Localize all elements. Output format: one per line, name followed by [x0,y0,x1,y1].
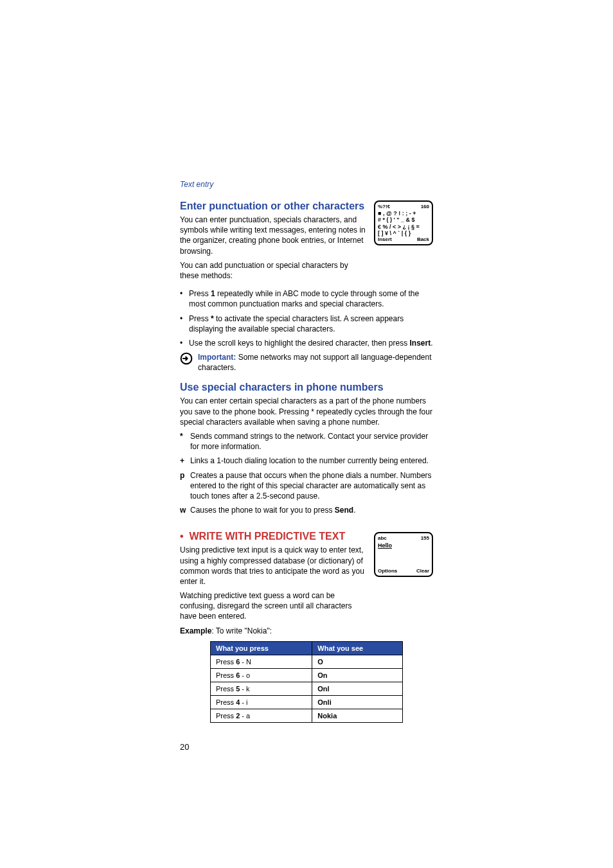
predictive-table: What you press What you see Press 6 - N … [210,641,403,723]
screen1-softkey-right: Back [417,236,429,242]
def-text: Causes the phone to wait for you to pres… [190,505,433,515]
list-item: Press 1 repeatedly while in ABC mode to … [180,288,433,309]
table-cell-see: Onl [312,682,403,695]
bullet-list-s1: Press 1 repeatedly while in ABC mode to … [180,288,433,348]
def-row: w Causes the phone to wait for you to pr… [180,505,433,515]
definition-list: * Sends command strings to the network. … [180,431,433,515]
def-row: * Sends command strings to the network. … [180,431,433,452]
table-header-see: What you see [312,641,403,655]
def-key: * [180,431,190,452]
para-s3-2: Watching predictive text guess a word ca… [180,590,368,622]
table-row: Press 6 - o On [211,668,403,682]
def-key: p [180,470,190,502]
important-note: Important: Some networks may not support… [198,352,433,373]
screen1-line3: € % / < > ¿ ¡ § = [378,224,429,230]
def-text: Sends command strings to the network. Co… [190,431,433,452]
list-item: Use the scroll keys to highlight the des… [180,338,433,348]
heading-text: WRITE WITH PREDICTIVE TEXT [190,531,346,542]
table-cell-press: Press 6 - o [211,668,312,682]
screen1-top-left: %?!€ [378,204,390,209]
important-label: Important: [198,353,236,362]
para-s1-2: You can add punctuation or special chara… [180,260,368,281]
screen1-line4: [ ] ¥ \ ^ ` | { } [378,230,429,236]
para-s2-1: You can enter certain special characters… [180,396,433,427]
para-s1-1: You can enter punctuation, specials char… [180,215,368,256]
list-item: Press * to activate the special characte… [180,314,433,334]
page-number: 20 [180,742,433,752]
heading-enter-punctuation: Enter punctuation or other characters [180,200,368,212]
table-cell-press: Press 2 - a [211,709,312,722]
para-s3-1: Using predictive text input is a quick w… [180,545,368,587]
def-key: w [180,505,190,515]
def-key: + [180,456,190,466]
table-header-press: What you press [211,641,312,655]
def-text: Links a 1-touch dialing location to the … [190,456,433,466]
def-row: p Creates a pause that occurs when the p… [180,470,433,502]
screen2-softkey-right: Clear [416,568,429,574]
breadcrumb: Text entry [180,180,433,189]
table-cell-press: Press 5 - k [211,682,312,695]
screen1-top-right: 160 [421,204,429,209]
heading-predictive-text: • WRITE WITH PREDICTIVE TEXT [180,531,368,542]
heading-special-chars-phone: Use special characters in phone numbers [180,382,433,393]
phone-screen-symbols: %?!€ 160 ■ , @ ? ! : ; - + # * ( ) ' " _… [374,200,433,245]
table-cell-press: Press 4 - i [211,695,312,709]
example-line: Example: To write "Nokia": [180,626,433,636]
screen1-line2: # * ( ) ' " _ & $ [378,217,429,223]
heading-bullet: • [180,531,184,542]
screen2-word: Hello [378,542,392,549]
def-row: + Links a 1-touch dialing location to th… [180,456,433,466]
def-text: Creates a pause that occurs when the pho… [190,470,433,502]
table-cell-see: On [312,668,403,682]
table-row: Press 4 - i Onli [211,695,403,709]
screen2-softkey-left: Options [378,568,397,574]
table-row: Press 5 - k Onl [211,682,403,695]
example-label: Example [180,626,211,635]
table-cell-see: Onli [312,695,403,709]
screen1-line1: ■ , @ ? ! : ; - + [378,210,429,217]
table-cell-press: Press 6 - N [211,655,312,668]
table-cell-see: O [312,655,403,668]
screen2-top-right: 155 [421,535,429,541]
example-text: : To write "Nokia": [211,626,272,635]
important-icon [180,352,193,365]
screen1-softkey-left: Insert [378,236,392,242]
phone-screen-predictive: abc 155 Hello Options Clear [374,532,433,577]
table-cell-see: Nokia [312,709,403,722]
table-row: Press 6 - N O [211,655,403,668]
table-row: Press 2 - a Nokia [211,709,403,722]
screen2-top-left: abc [378,535,387,541]
